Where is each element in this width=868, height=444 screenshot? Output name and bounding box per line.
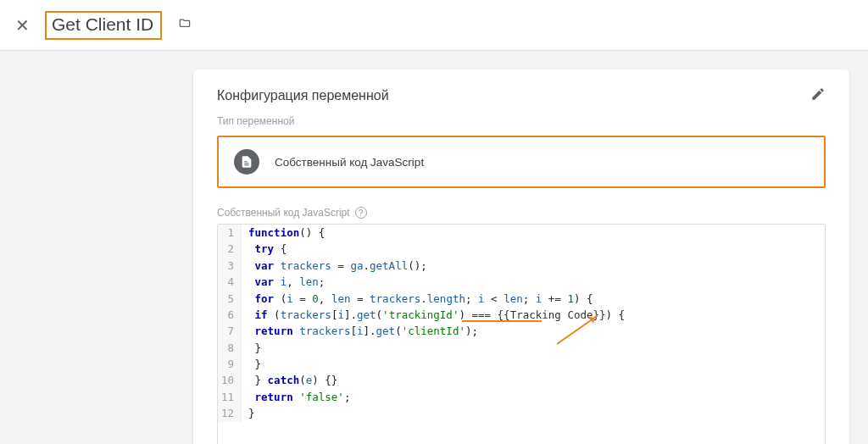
line-number: 4 [218, 274, 242, 290]
document-icon [234, 149, 259, 175]
variable-type-label: Тип переменной [217, 115, 826, 127]
card-title: Конфигурация переменной [217, 88, 389, 103]
line-number: 11 [218, 389, 242, 405]
code-editor[interactable]: 1function() { 2 try { 3 var trackers = g… [217, 224, 826, 444]
variable-type-selector[interactable]: Собственный код JavaScript [217, 136, 826, 188]
annotation-underline [462, 320, 542, 322]
code-section-label: Собственный код JavaScript [217, 207, 350, 219]
variable-config-card: Конфигурация переменной Тип переменной С… [193, 69, 849, 444]
page-title[interactable]: Get Client ID [45, 11, 162, 40]
line-number: 2 [218, 241, 242, 257]
line-number: 7 [218, 323, 242, 339]
line-number: 9 [218, 356, 242, 372]
line-number: 8 [218, 340, 242, 356]
folder-icon[interactable] [177, 17, 192, 33]
variable-type-name: Собственный код JavaScript [275, 156, 424, 169]
line-number: 3 [218, 258, 242, 274]
line-number: 5 [218, 291, 242, 307]
line-number: 6 [218, 307, 242, 323]
help-icon[interactable]: ? [355, 207, 367, 219]
edit-icon[interactable] [810, 86, 826, 105]
workspace: Конфигурация переменной Тип переменной С… [0, 51, 868, 444]
line-number: 10 [218, 372, 242, 388]
line-number: 1 [218, 225, 242, 241]
close-icon[interactable]: ✕ [15, 17, 30, 34]
topbar: ✕ Get Client ID [0, 0, 868, 51]
line-number: 12 [218, 405, 242, 421]
